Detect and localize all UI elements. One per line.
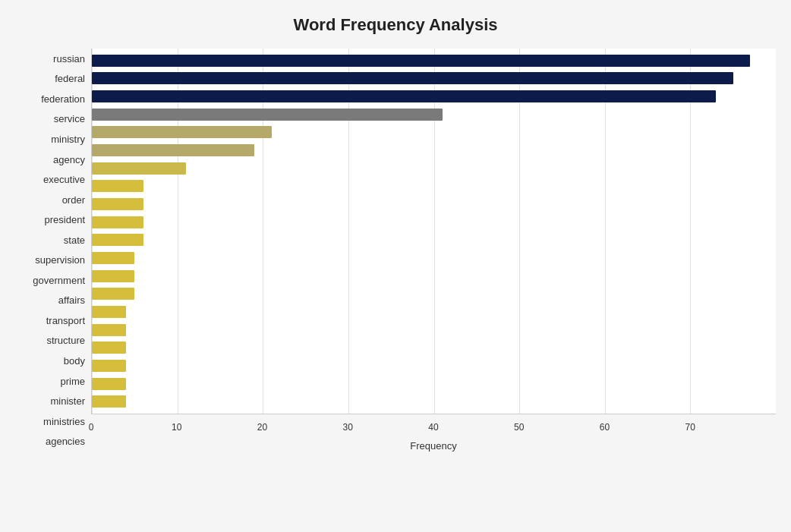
y-label-prime: prime: [60, 373, 85, 389]
y-label-agency: agency: [53, 151, 85, 168]
bar-row-president: [92, 195, 776, 213]
grid-and-bars: [91, 49, 776, 414]
bar-row-body: [92, 321, 776, 339]
bar-row-federation: [92, 87, 776, 105]
bars-container: [92, 49, 776, 414]
x-tick-70: 70: [685, 422, 695, 433]
bar-russian: [92, 55, 750, 67]
y-label-supervision: supervision: [35, 252, 85, 269]
y-label-body: body: [64, 352, 85, 369]
bar-state: [92, 216, 143, 228]
bar-row-order: [92, 178, 776, 196]
bar-row-service: [92, 105, 776, 124]
bar-row-executive: [92, 159, 776, 178]
bar-row-agencies: [92, 392, 776, 411]
x-tick-0: 0: [89, 422, 94, 433]
bar-ministry: [92, 126, 272, 138]
bar-federal: [92, 72, 733, 84]
x-tick-20: 20: [257, 422, 267, 433]
bar-row-federal: [92, 70, 776, 88]
x-tick-10: 10: [172, 422, 181, 433]
bar-ministries: [92, 378, 126, 390]
bar-order: [92, 180, 143, 192]
bar-government: [92, 252, 134, 264]
x-tick-30: 30: [343, 422, 353, 433]
bar-prime: [92, 342, 126, 354]
y-label-service: service: [54, 111, 85, 127]
y-label-affairs: affairs: [58, 292, 85, 309]
y-label-state: state: [64, 231, 85, 248]
y-label-federal: federal: [55, 71, 85, 87]
x-tick-60: 60: [600, 422, 610, 433]
x-tick-40: 40: [428, 422, 438, 433]
bar-row-russian: [92, 52, 776, 70]
bar-row-ministry: [92, 124, 776, 142]
bar-row-government: [92, 249, 776, 267]
bar-row-minister: [92, 357, 776, 375]
bar-transport: [92, 288, 134, 300]
y-label-structure: structure: [46, 332, 85, 349]
bar-row-affairs: [92, 267, 776, 285]
bar-row-ministries: [92, 375, 776, 393]
bar-row-prime: [92, 339, 776, 357]
chart-container: Word Frequency Analysis russianfederalfe…: [0, 0, 791, 532]
x-tick-50: 50: [514, 422, 524, 433]
bar-executive: [92, 162, 186, 175]
y-label-federation: federation: [41, 90, 85, 107]
bar-row-state: [92, 213, 776, 231]
bar-row-agency: [92, 141, 776, 159]
bar-minister: [92, 360, 126, 372]
bar-row-supervision: [92, 231, 776, 250]
y-label-order: order: [62, 191, 85, 208]
bar-supervision: [92, 234, 143, 246]
bar-agencies: [92, 395, 126, 408]
bar-structure: [92, 306, 126, 318]
x-axis-title: Frequency: [91, 440, 776, 452]
y-label-minister: minister: [50, 393, 85, 410]
y-label-ministries: ministries: [43, 413, 85, 430]
y-label-president: president: [45, 212, 85, 228]
plot-area: 010203040506070 Frequency: [91, 49, 776, 474]
bar-service: [92, 109, 443, 121]
chart-area: russianfederalfederationserviceministrya…: [15, 49, 776, 474]
y-label-agencies: agencies: [46, 433, 85, 450]
y-axis: russianfederalfederationserviceministrya…: [15, 49, 91, 474]
bar-federation: [92, 90, 716, 102]
bar-row-structure: [92, 303, 776, 321]
bar-president: [92, 198, 143, 210]
bar-affairs: [92, 270, 134, 282]
bar-row-transport: [92, 285, 776, 304]
y-label-government: government: [33, 272, 85, 288]
y-label-russian: russian: [53, 50, 85, 67]
y-label-transport: transport: [46, 312, 85, 329]
bar-agency: [92, 144, 254, 156]
y-label-executive: executive: [43, 172, 85, 188]
chart-title: Word Frequency Analysis: [15, 15, 776, 35]
bar-body: [92, 324, 126, 336]
y-label-ministry: ministry: [51, 131, 85, 147]
